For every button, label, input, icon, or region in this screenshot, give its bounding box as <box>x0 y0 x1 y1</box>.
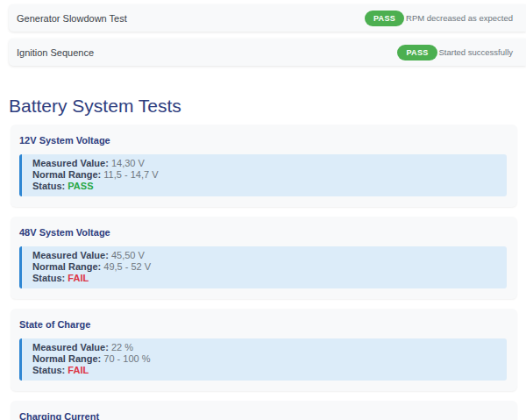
measured-value: 45,50 V <box>111 250 145 260</box>
test-result-group: PASS Started successfully <box>397 45 513 61</box>
status-value: PASS <box>68 181 93 191</box>
measured-value-line: Measured Value: 45,50 V <box>32 250 496 261</box>
result-box: Measured Value: 22 % Normal Range: 70 - … <box>19 338 507 381</box>
status-line: Status: FAIL <box>32 365 496 376</box>
status-badge: PASS <box>365 11 404 26</box>
status-line: Status: FAIL <box>32 273 496 284</box>
status-label: Status: <box>32 365 65 375</box>
status-value: FAIL <box>68 365 89 375</box>
normal-range-label: Normal Range: <box>32 353 101 364</box>
normal-range-line: Normal Range: 11,5 - 14,7 V <box>32 169 496 181</box>
normal-range-value: 70 - 100 % <box>103 353 150 364</box>
test-description: RPM decreased as expected <box>406 13 513 23</box>
status-badge: PASS <box>397 45 437 61</box>
status-label: Status: <box>32 273 65 283</box>
measured-value-label: Measured Value: <box>32 158 109 168</box>
normal-range-value: 49,5 - 52 V <box>103 261 151 272</box>
test-report-page: Generator Slowdown Test PASS RPM decreas… <box>0 0 526 420</box>
measured-value-line: Measured Value: 22 % <box>32 342 496 353</box>
test-row-ignition-sequence[interactable]: Ignition Sequence PASS Started successfu… <box>9 39 526 66</box>
measured-value: 22 % <box>111 342 133 352</box>
measured-value: 14,30 V <box>111 158 145 168</box>
measured-value-label: Measured Value: <box>32 250 109 260</box>
card-12v-system-voltage: 12V System Voltage Measured Value: 14,30… <box>11 125 517 207</box>
normal-range-line: Normal Range: 70 - 100 % <box>32 353 496 365</box>
normal-range-value: 11,5 - 14,7 V <box>103 169 158 180</box>
normal-range-label: Normal Range: <box>32 261 101 272</box>
measured-value-line: Measured Value: 14,30 V <box>32 158 496 169</box>
test-row-generator-slowdown[interactable]: Generator Slowdown Test PASS RPM decreas… <box>9 4 526 32</box>
test-description: Started successfully <box>439 47 513 57</box>
section-title: Battery System Tests <box>9 96 526 117</box>
card-charging-current: Charging Current <box>11 401 517 420</box>
card-title: 12V System Voltage <box>19 135 507 146</box>
test-name: Generator Slowdown Test <box>17 13 127 24</box>
test-result-group: PASS RPM decreased as expected <box>365 11 513 26</box>
card-title: Charging Current <box>19 411 507 420</box>
result-box: Measured Value: 45,50 V Normal Range: 49… <box>19 246 507 288</box>
result-box: Measured Value: 14,30 V Normal Range: 11… <box>19 154 507 196</box>
normal-range-label: Normal Range: <box>32 169 101 180</box>
test-name: Ignition Sequence <box>17 47 94 58</box>
status-label: Status: <box>32 181 65 191</box>
normal-range-line: Normal Range: 49,5 - 52 V <box>32 261 496 273</box>
card-title: 48V System Voltage <box>19 227 507 238</box>
status-value: FAIL <box>68 273 89 283</box>
measured-value-label: Measured Value: <box>32 342 109 352</box>
card-state-of-charge: State of Charge Measured Value: 22 % Nor… <box>11 309 517 391</box>
status-line: Status: PASS <box>32 181 496 192</box>
test-result-list: Generator Slowdown Test PASS RPM decreas… <box>0 0 526 66</box>
card-48v-system-voltage: 48V System Voltage Measured Value: 45,50… <box>11 217 517 299</box>
card-title: State of Charge <box>19 319 507 330</box>
